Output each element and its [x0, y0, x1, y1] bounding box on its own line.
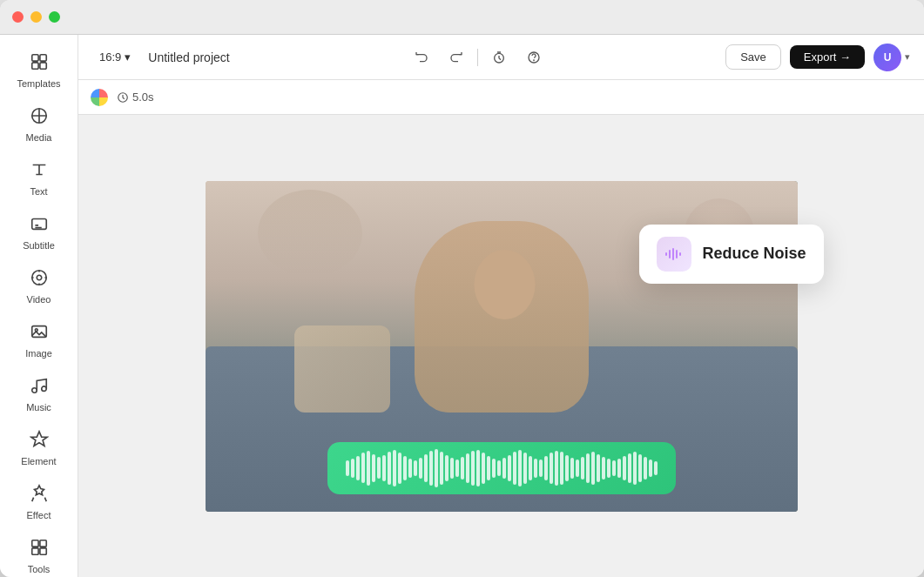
- svg-point-11: [35, 329, 37, 332]
- waveform-bar: [570, 458, 574, 479]
- waveform-bar: [346, 460, 349, 476]
- avatar-wrapper[interactable]: U ▾: [873, 44, 910, 71]
- maximize-button[interactable]: [49, 11, 60, 23]
- waveform-bar: [649, 460, 652, 477]
- wall-branch: [258, 190, 362, 277]
- element-label: Element: [21, 456, 56, 466]
- waveform-bar: [408, 459, 412, 478]
- waveform-icon: [664, 244, 685, 265]
- waveform-bar: [502, 458, 506, 479]
- toolbar-center: [240, 44, 715, 71]
- avatar-chevron-icon: ▾: [905, 51, 910, 63]
- waveform-bar: [377, 457, 381, 479]
- text-icon: [30, 160, 49, 183]
- preview-container: Reduce Noise: [78, 115, 924, 577]
- music-icon: [30, 376, 49, 399]
- waveform-bar: [419, 458, 422, 479]
- sidebar-item-music[interactable]: Music: [9, 369, 70, 419]
- app-logo: [91, 89, 108, 106]
- sidebar-item-tools[interactable]: Tools: [9, 531, 70, 577]
- waveform-bar: [476, 450, 480, 486]
- video-icon: [30, 268, 49, 291]
- svg-rect-14: [31, 540, 37, 547]
- audio-waveform-bar[interactable]: [327, 442, 676, 494]
- waveform-bar: [539, 460, 543, 477]
- waveform-bar: [482, 453, 485, 484]
- sidebar-item-image[interactable]: Image: [9, 315, 70, 366]
- project-title[interactable]: Untitled project: [148, 50, 229, 64]
- waveform-bar: [487, 456, 490, 480]
- sidebar-item-element[interactable]: Element: [9, 423, 70, 473]
- waveform-bar: [398, 453, 401, 484]
- sidebar-item-effect[interactable]: Effect: [9, 477, 70, 527]
- waveform-bar: [591, 452, 595, 485]
- svg-rect-22: [665, 252, 667, 256]
- waveform-bar: [560, 452, 563, 485]
- reduce-noise-label: Reduce Noise: [702, 245, 806, 263]
- user-avatar[interactable]: U: [873, 44, 901, 71]
- waveform-bar: [581, 457, 584, 480]
- waveform-bar: [518, 450, 522, 486]
- top-bar-right: Save Export → U ▾: [725, 44, 910, 71]
- waveform-bar: [565, 455, 569, 481]
- subtitle-label: Subtitle: [23, 240, 55, 251]
- export-button[interactable]: Export →: [790, 45, 865, 69]
- effect-label: Effect: [27, 510, 51, 520]
- app-window: Templates Media Text: [0, 0, 924, 577]
- waveform-bar: [393, 450, 396, 486]
- aspect-ratio-value: 16:9: [99, 50, 121, 64]
- pillow: [294, 325, 390, 413]
- redo-button[interactable]: [442, 44, 470, 71]
- sidebar-item-video[interactable]: Video: [9, 261, 70, 312]
- sidebar-item-text[interactable]: Text: [9, 153, 70, 204]
- waveform-bar: [388, 452, 391, 485]
- waveform-bar: [523, 453, 527, 484]
- waveform-bar: [440, 452, 443, 485]
- main-content: 16:9 ▾ Untitled project: [78, 35, 924, 577]
- waveform-bar: [382, 455, 386, 481]
- reduce-noise-icon-box: [657, 237, 691, 272]
- media-icon: [30, 106, 49, 129]
- sidebar-item-templates[interactable]: Templates: [9, 45, 70, 96]
- image-icon: [30, 322, 49, 345]
- waveform-bar: [445, 455, 449, 481]
- waveform-bar: [466, 453, 469, 483]
- svg-rect-15: [39, 540, 45, 547]
- waveform-bar: [644, 457, 647, 480]
- waveform-bar: [612, 460, 616, 476]
- reduce-noise-popup[interactable]: Reduce Noise: [639, 225, 823, 284]
- sidebar-item-subtitle[interactable]: Subtitle: [9, 207, 70, 258]
- media-label: Media: [26, 132, 52, 143]
- svg-rect-17: [39, 548, 45, 554]
- waveform-bar: [351, 459, 354, 478]
- waveform-bar: [424, 454, 428, 482]
- waveform-bar: [403, 456, 407, 480]
- aspect-ratio-button[interactable]: 16:9 ▾: [92, 47, 138, 67]
- close-button[interactable]: [12, 11, 24, 23]
- svg-point-12: [31, 388, 37, 393]
- image-label: Image: [25, 348, 52, 359]
- waveform-bar: [638, 454, 642, 482]
- sidebar-item-media[interactable]: Media: [9, 99, 70, 150]
- undo-button[interactable]: [408, 44, 435, 71]
- tools-label: Tools: [28, 564, 51, 574]
- save-button[interactable]: Save: [725, 44, 781, 70]
- svg-rect-3: [39, 63, 45, 69]
- minimize-button[interactable]: [30, 11, 42, 23]
- waveform-bar: [534, 459, 537, 478]
- timer-button[interactable]: [485, 44, 513, 71]
- waveform-bar: [508, 455, 511, 481]
- preview-frame: Reduce Noise: [206, 181, 798, 512]
- waveform-bar: [513, 452, 516, 485]
- music-label: Music: [26, 402, 51, 413]
- templates-label: Templates: [17, 78, 60, 89]
- help-button[interactable]: [520, 44, 548, 71]
- subtitle-icon: [30, 214, 49, 237]
- svg-rect-2: [31, 63, 37, 69]
- clock-icon: [117, 91, 129, 104]
- waveform-bar: [492, 459, 496, 478]
- waveform-bar: [544, 456, 548, 480]
- svg-point-20: [534, 60, 535, 61]
- waveform-bar: [623, 456, 626, 480]
- templates-icon: [30, 52, 49, 75]
